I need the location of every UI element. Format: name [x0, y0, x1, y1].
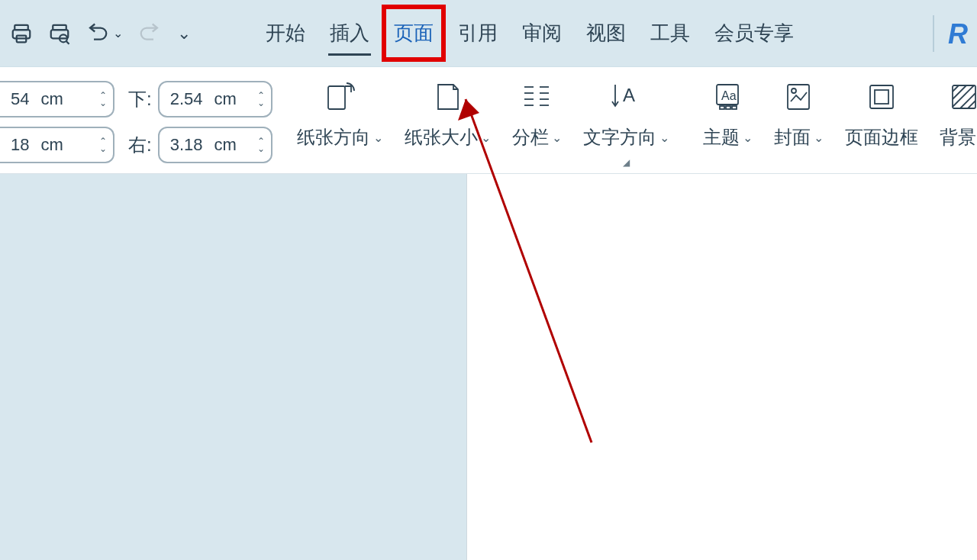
spinner-icon[interactable]: ⌃⌄: [99, 92, 107, 107]
redo-icon[interactable]: [134, 18, 165, 49]
dialog-launcher-icon[interactable]: ◢: [623, 157, 630, 168]
background-icon: [950, 79, 977, 114]
spinner-icon[interactable]: ⌃⌄: [257, 92, 265, 107]
chevron-down-icon: ⌄: [743, 130, 753, 145]
svg-rect-26: [875, 90, 888, 104]
quick-access-toolbar: ⌄ ⌄: [6, 18, 218, 49]
brand-logo-icon: R: [948, 18, 971, 49]
tab-insert[interactable]: 插入: [328, 15, 371, 51]
ribbon: 54 cm ⌃⌄ 下: 2.54 cm ⌃⌄ 18 cm ⌃⌄ 右: 3.18 …: [0, 67, 977, 174]
more-qat-icon[interactable]: ⌄: [173, 18, 195, 49]
document-workspace: [0, 174, 977, 560]
spinner-icon[interactable]: ⌃⌄: [257, 137, 265, 153]
tool-columns[interactable]: 分栏⌄: [501, 75, 572, 150]
text-direction-icon: A: [609, 79, 643, 114]
svg-rect-25: [870, 85, 893, 108]
tab-reference[interactable]: 引用: [456, 15, 499, 51]
tool-label: 文字方向: [583, 125, 656, 150]
svg-line-32: [968, 101, 975, 108]
svg-line-6: [66, 41, 69, 44]
tab-view[interactable]: 视图: [585, 15, 627, 51]
margins-group: 54 cm ⌃⌄ 下: 2.54 cm ⌃⌄ 18 cm ⌃⌄ 右: 3.18 …: [0, 75, 286, 163]
columns-icon: [521, 79, 552, 114]
svg-rect-20: [720, 106, 724, 109]
svg-rect-22: [732, 106, 737, 109]
print-preview-icon[interactable]: [44, 18, 75, 49]
chevron-down-icon: ⌄: [659, 130, 669, 145]
svg-rect-7: [328, 86, 345, 109]
tool-text-direction[interactable]: A 文字方向⌄: [572, 75, 680, 150]
document-page[interactable]: [467, 174, 977, 560]
page-size-icon: [432, 79, 463, 114]
chevron-down-icon: ⌄: [814, 130, 824, 145]
tool-background[interactable]: 背景⌄: [929, 75, 977, 150]
tab-page[interactable]: 页面: [392, 15, 435, 51]
tab-tools[interactable]: 工具: [649, 15, 692, 51]
margin-right-label: 右:: [128, 133, 152, 157]
margin-right-input[interactable]: 3.18 cm ⌃⌄: [158, 127, 272, 163]
menu-tabs: 开始 插入 页面 引用 审阅 视图 工具 会员专享: [264, 15, 795, 51]
margin-bottom-label: 下:: [128, 87, 152, 111]
tool-label: 背景: [940, 125, 976, 150]
chevron-down-icon: ⌄: [481, 130, 491, 145]
tool-cover[interactable]: 封面⌄: [763, 75, 834, 150]
separator: [933, 15, 934, 52]
spinner-icon[interactable]: ⌃⌄: [99, 137, 107, 153]
tool-label: 纸张方向: [297, 125, 370, 150]
cover-icon: [784, 79, 813, 114]
tool-label: 主题: [703, 125, 740, 150]
print-icon[interactable]: [6, 18, 37, 49]
undo-icon[interactable]: [82, 18, 113, 49]
chevron-down-icon: ⌄: [373, 130, 383, 145]
tool-theme[interactable]: Aa 主题⌄: [692, 75, 763, 150]
tab-review[interactable]: 审阅: [521, 15, 563, 51]
margin-left-input[interactable]: 18 cm ⌃⌄: [0, 127, 114, 163]
margin-bottom-input[interactable]: 2.54 cm ⌃⌄: [158, 81, 272, 117]
tool-orientation[interactable]: 纸张方向⌄: [286, 75, 394, 150]
brand-corner: R: [933, 15, 971, 52]
svg-rect-1: [13, 30, 31, 38]
tab-start[interactable]: 开始: [264, 15, 307, 51]
tool-label: 页面边框: [845, 125, 918, 150]
svg-text:Aa: Aa: [721, 89, 737, 102]
tool-page-border[interactable]: 页面边框: [834, 75, 929, 150]
menu-bar: ⌄ ⌄ 开始 插入 页面 引用 审阅 视图 工具 会员专享 R: [0, 0, 977, 67]
theme-icon: Aa: [712, 79, 743, 114]
tool-size[interactable]: 纸张大小⌄: [394, 75, 501, 150]
svg-line-29: [953, 85, 966, 99]
undo-dropdown-icon[interactable]: ⌄: [113, 26, 127, 40]
chevron-down-icon: ⌄: [552, 130, 562, 145]
orientation-icon: [324, 79, 356, 114]
margin-top-input[interactable]: 54 cm ⌃⌄: [0, 81, 114, 117]
page-border-icon: [867, 79, 896, 114]
tool-label: 封面: [774, 125, 811, 150]
svg-line-28: [953, 85, 959, 92]
svg-point-24: [792, 89, 796, 93]
svg-rect-21: [726, 106, 730, 109]
tool-label: 纸张大小: [405, 125, 478, 150]
tab-member[interactable]: 会员专享: [713, 15, 795, 51]
tool-label: 分栏: [512, 125, 549, 150]
svg-text:A: A: [623, 85, 635, 105]
svg-line-31: [960, 93, 975, 108]
